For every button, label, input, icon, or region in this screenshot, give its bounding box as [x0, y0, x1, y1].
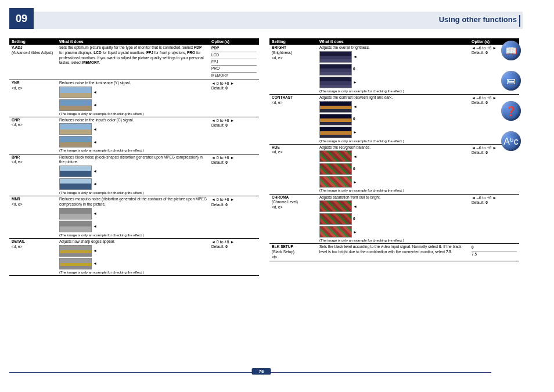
left-column: Setting What it does Option(s) V.ADJ(Adv… — [9, 38, 259, 276]
setting-sub: <d, e> — [12, 160, 55, 165]
option-range: ◄ 0 to +8 ► — [211, 155, 257, 160]
image-note: (The image is only an example for checki… — [59, 112, 207, 116]
option-value: MEMORY — [211, 73, 257, 79]
desc-cell: Adjusts saturation from dull to bright.◄… — [317, 194, 469, 244]
setting-cell: BRIGHT(Brightness)<d, e> — [269, 45, 317, 94]
options-cell: PDPLCDFPJPROMEMORY — [209, 45, 259, 80]
thumbnail-row: ◄ — [319, 51, 467, 63]
right-column: Setting What it does Option(s) BRIGHT(Br… — [269, 38, 519, 276]
setting-sub: (Chroma Level) — [272, 200, 315, 205]
example-image — [59, 99, 92, 111]
book-icon[interactable]: 📖 — [501, 41, 521, 60]
thumbnail-row: ◄ — [59, 135, 207, 148]
triangle-icon: ◄ — [353, 104, 357, 109]
desc-cell: Adjusts how sharp edges appear.◄◄(The im… — [57, 238, 209, 275]
setting-name: BNR — [12, 155, 55, 160]
example-image — [319, 51, 352, 63]
triangle-icon: ◄ — [93, 139, 97, 145]
desc-cell: Adjusts the contrast between light and d… — [317, 94, 469, 144]
triangle-icon: ► — [353, 80, 357, 85]
title-divider — [519, 15, 520, 27]
example-image — [319, 150, 352, 162]
image-note: (The image is only an example for checki… — [319, 89, 467, 93]
desc-cell: Reduces mosquito noise (distortion gener… — [57, 196, 209, 239]
option-default: Default: 0 — [211, 203, 257, 208]
thumbnail-row: ◄ — [319, 150, 467, 163]
thumbnail-row: ► — [319, 225, 467, 238]
option-default: Default: 0 — [472, 200, 517, 206]
desc-cell: Sets the optimum picture quality for the… — [57, 45, 209, 80]
option-value: 7.5 — [472, 251, 517, 258]
thumbnail-row: ◄ — [319, 200, 467, 213]
setting-sub: <d, e> — [12, 86, 55, 91]
example-image — [59, 221, 92, 232]
thumbnail-row: ◄ — [59, 86, 207, 99]
settings-table-right: Setting What it does Option(s) BRIGHT(Br… — [269, 38, 519, 261]
example-image — [59, 136, 92, 148]
example-image — [319, 64, 352, 75]
desc-text: Sets the optimum picture quality for the… — [59, 45, 207, 66]
thumbnail-row: 0 — [319, 163, 467, 175]
desc-cell: Adjusts the red/green balance.◄0►(The im… — [317, 144, 469, 194]
image-note: (The image is only an example for checki… — [59, 148, 207, 153]
setting-sub: <d, e> — [12, 123, 55, 128]
options-cell: ◄ –6 to +6 ►Default: 0 — [469, 144, 519, 194]
setting-name: CNR — [12, 118, 55, 123]
thumbnail-row: 0 — [319, 113, 467, 126]
option-range: ◄ 0 to +8 ► — [211, 81, 257, 86]
triangle-icon: ◄ — [93, 127, 97, 132]
side-icon-bar: 📖🖴❓Aᵇc — [499, 41, 523, 151]
desc-text: Reduces mosquito noise (distortion gener… — [59, 197, 207, 207]
setting-cell: V.ADJ(Advanced Video Adjust) — [9, 45, 57, 80]
help-icon[interactable]: ❓ — [501, 101, 521, 121]
thumbnail-row: ◄ — [59, 178, 207, 190]
setting-sub: <d, e> — [272, 150, 315, 155]
setting-cell: CNR<d, e> — [9, 117, 57, 154]
thumbnail-row: ◄ — [319, 100, 467, 113]
thumbnail-row: ► — [319, 175, 467, 188]
chapter-number: 09 — [9, 8, 34, 29]
example-image — [319, 77, 352, 88]
desc-cell: Reduces block noise (block-shaped distor… — [57, 154, 209, 196]
setting-sub: <d, e> — [272, 100, 315, 106]
setting-name: HUE — [272, 145, 315, 150]
setting-sub: <d, e> — [12, 244, 55, 250]
footer-rule — [9, 372, 491, 373]
desc-text: Adjusts how sharp edges appear. — [59, 239, 207, 244]
example-image — [59, 245, 92, 257]
page-number: 76 — [252, 368, 271, 375]
setting-sub: (Black Setup) — [272, 250, 315, 255]
desc-cell: Sets the black level according to the vi… — [317, 244, 469, 261]
option-range: ◄ 0 to +8 ► — [211, 118, 257, 123]
setting-sub: <f> — [272, 255, 315, 260]
example-image — [319, 163, 352, 175]
drive-icon[interactable]: 🖴 — [501, 71, 521, 91]
triangle-icon: ◄ — [93, 211, 97, 216]
abc-icon[interactable]: Aᵇc — [501, 131, 521, 151]
example-image — [319, 101, 352, 113]
setting-sub: <d, e> — [12, 202, 55, 207]
setting-cell: CHROMA(Chroma Level)<d, e> — [269, 194, 317, 244]
mid-value: 0 — [353, 117, 355, 122]
th-what: What it does — [317, 38, 469, 45]
triangle-icon: ◄ — [93, 224, 97, 229]
setting-sub: (Brightness) — [272, 51, 315, 56]
options-cell: ◄ 0 to +8 ►Default: 0 — [209, 80, 259, 117]
option-range: ◄ –6 to +6 ► — [472, 195, 517, 200]
triangle-icon: ► — [353, 130, 357, 135]
option-default: Default: 0 — [211, 160, 257, 166]
options-cell: ◄ –6 to +6 ►Default: 0 — [469, 194, 519, 244]
option-range: ◄ 0 to +8 ► — [211, 239, 257, 244]
thumbnail-row: ◄ — [59, 123, 207, 135]
image-note: (The image is only an example for checki… — [59, 190, 207, 195]
triangle-icon: ◄ — [353, 54, 357, 59]
example-image — [319, 226, 352, 238]
thumbnail-row: 0 — [319, 213, 467, 225]
thumbnail-row: ◄ — [59, 99, 207, 112]
example-image — [59, 178, 92, 190]
setting-sub: (Advanced Video Adjust) — [12, 51, 55, 56]
options-cell: ◄ 0 to +8 ►Default: 0 — [209, 117, 259, 154]
image-note: (The image is only an example for checki… — [319, 238, 467, 243]
example-image — [59, 123, 92, 135]
setting-cell: DETAIL<d, e> — [9, 238, 57, 275]
